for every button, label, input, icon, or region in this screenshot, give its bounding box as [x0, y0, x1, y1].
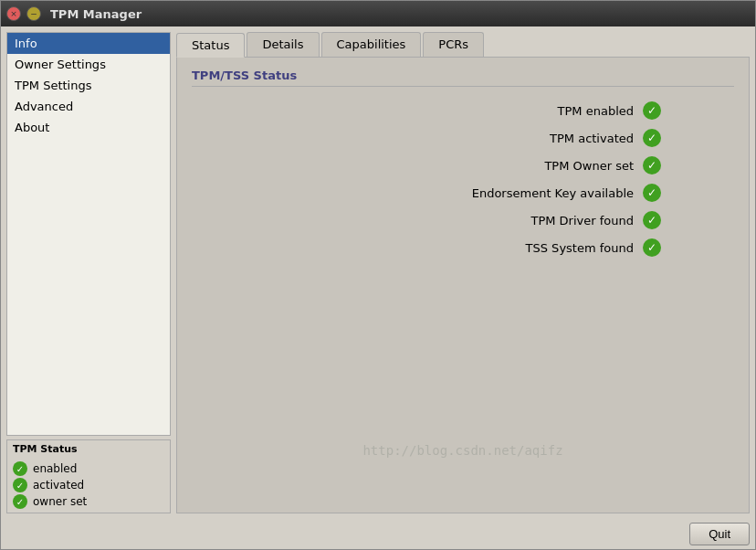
nav-list: Info Owner Settings TPM Settings Advance…	[6, 32, 171, 436]
sidebar-item-about[interactable]: About	[7, 117, 170, 138]
minimize-button[interactable]: −	[26, 6, 41, 21]
close-icon: ×	[10, 9, 17, 18]
tpm-status-activated: activated	[13, 478, 164, 492]
check-icon-tss	[643, 238, 661, 257]
tab-content-status: TPM/TSS Status TPM enabled TPM activated…	[176, 58, 750, 513]
status-row-tpm-activated: TPM activated	[192, 129, 734, 147]
status-label-driver: TPM Driver found	[530, 214, 634, 227]
quit-button[interactable]: Quit	[689, 523, 750, 545]
tpm-status-enabled-label: enabled	[33, 462, 77, 475]
tpm-status-title: TPM Status	[7, 440, 170, 458]
check-icon-ek	[643, 184, 661, 202]
tabs-bar: Status Details Capabilities PCRs	[176, 32, 750, 58]
main-window: × − TPM Manager Info Owner Settings TPM …	[0, 0, 756, 550]
tab-capabilities[interactable]: Capabilities	[321, 32, 422, 57]
tpm-status-box: TPM Status enabled activated owner set	[6, 439, 171, 513]
tab-details[interactable]: Details	[247, 32, 319, 57]
check-icon-enabled	[13, 461, 27, 476]
sidebar-item-tpm-settings[interactable]: TPM Settings	[7, 75, 170, 96]
status-rows: TPM enabled TPM activated TPM Owner set …	[192, 101, 734, 257]
check-icon-driver	[643, 211, 661, 229]
tpm-status-items: enabled activated owner set	[7, 458, 170, 513]
check-icon-activated	[13, 478, 27, 492]
sidebar-item-owner-settings[interactable]: Owner Settings	[7, 54, 170, 75]
window-title: TPM Manager	[50, 7, 142, 21]
right-panel: Status Details Capabilities PCRs TPM/TSS…	[176, 32, 750, 513]
tpm-status-enabled: enabled	[13, 461, 164, 476]
minimize-icon: −	[30, 9, 37, 18]
tab-pcrs[interactable]: PCRs	[423, 32, 484, 57]
sidebar-item-info[interactable]: Info	[7, 33, 170, 54]
status-label-tpm-owner: TPM Owner set	[544, 159, 634, 173]
status-label-tpm-activated: TPM activated	[550, 132, 634, 145]
status-row-tpm-enabled: TPM enabled	[192, 101, 734, 120]
status-row-driver: TPM Driver found	[192, 211, 734, 229]
status-row-ek: Endorsement Key available	[192, 184, 734, 202]
section-title: TPM/TSS Status	[192, 69, 734, 87]
check-icon-owner-set	[13, 494, 27, 509]
titlebar: × − TPM Manager	[1, 1, 755, 26]
check-icon-tpm-owner	[643, 156, 661, 175]
window-body: Info Owner Settings TPM Settings Advance…	[1, 26, 755, 519]
tpm-status-owner-set: owner set	[13, 494, 164, 509]
bottom-bar: Quit	[1, 519, 755, 549]
check-icon-tpm-enabled	[643, 101, 661, 120]
status-label-ek: Endorsement Key available	[472, 186, 634, 200]
sidebar-item-advanced[interactable]: Advanced	[7, 96, 170, 117]
left-panel: Info Owner Settings TPM Settings Advance…	[6, 32, 171, 513]
status-label-tss: TSS System found	[526, 241, 634, 255]
tpm-status-owner-label: owner set	[33, 495, 87, 508]
check-icon-tpm-activated	[643, 129, 661, 147]
status-row-tss: TSS System found	[192, 238, 734, 257]
close-button[interactable]: ×	[6, 6, 21, 21]
status-label-tpm-enabled: TPM enabled	[558, 104, 634, 118]
tab-status[interactable]: Status	[176, 33, 245, 58]
tpm-status-activated-label: activated	[33, 479, 84, 492]
status-row-tpm-owner: TPM Owner set	[192, 156, 734, 175]
watermark: http://blog.csdn.net/aqifz	[362, 443, 562, 458]
